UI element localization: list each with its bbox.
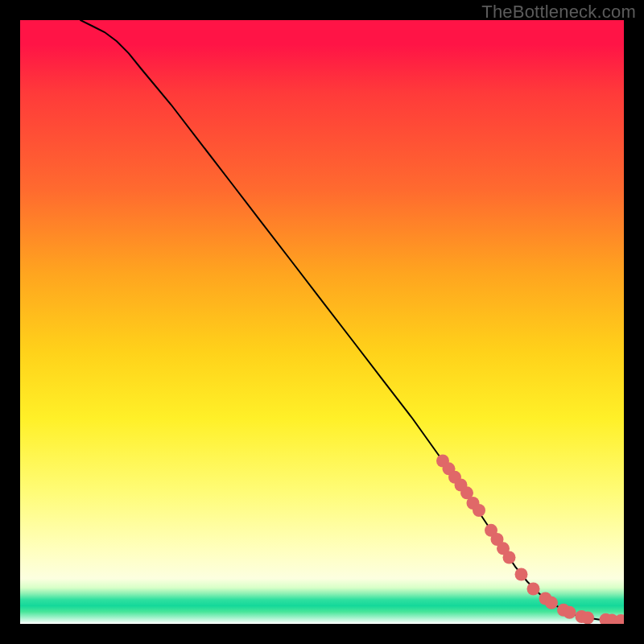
marker-dot (581, 612, 594, 625)
marker-dot (515, 568, 528, 581)
marker-dot (527, 583, 540, 596)
marker-dot (473, 504, 485, 517)
curve-path (80, 20, 624, 621)
marker-dot (545, 597, 558, 609)
marker-dots (436, 455, 624, 625)
chart-svg (20, 20, 624, 624)
curve-line (80, 20, 624, 621)
chart-stage: TheBottleneck.com (0, 0, 644, 644)
marker-dot (503, 551, 516, 564)
plot-area (20, 20, 624, 624)
marker-dot (564, 606, 576, 619)
